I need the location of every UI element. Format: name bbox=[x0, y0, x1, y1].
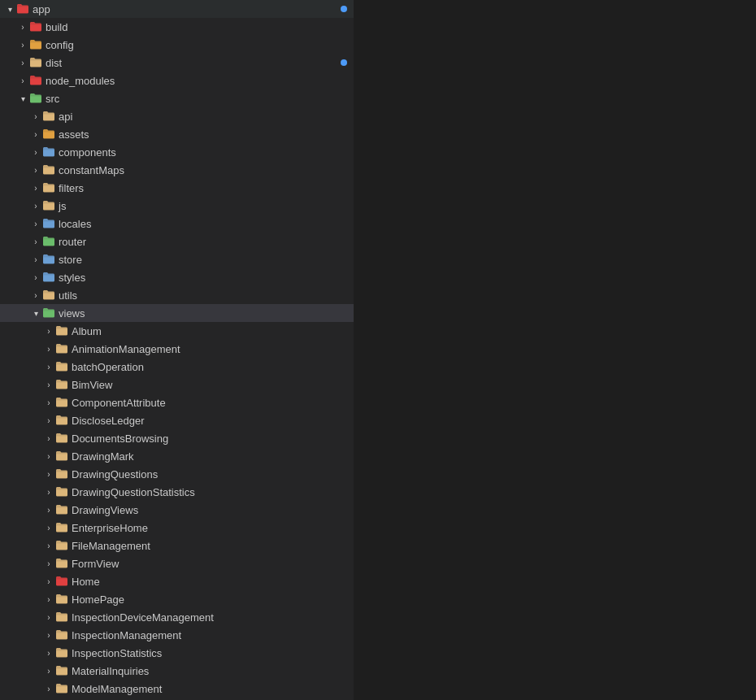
tree-item-views[interactable]: views bbox=[0, 304, 354, 322]
tree-item-src[interactable]: src bbox=[0, 89, 354, 107]
folder-icon bbox=[55, 593, 68, 606]
tree-item-locales[interactable]: locales bbox=[0, 215, 354, 233]
item-label: ModelManagement bbox=[72, 683, 162, 695]
item-label: store bbox=[59, 254, 82, 266]
chevron-icon bbox=[16, 20, 29, 33]
item-label: constantMaps bbox=[59, 164, 124, 176]
tree-item-ComponentAttribute[interactable]: ComponentAttribute bbox=[0, 393, 354, 411]
folder-icon bbox=[55, 646, 68, 659]
tree-item-filters[interactable]: filters bbox=[0, 179, 354, 197]
chevron-icon bbox=[29, 146, 42, 159]
chevron-icon bbox=[3, 2, 16, 15]
item-label: dist bbox=[46, 57, 62, 69]
folder-icon bbox=[55, 575, 68, 588]
tree-item-store[interactable]: store bbox=[0, 250, 354, 268]
folder-icon bbox=[29, 20, 42, 33]
tree-item-components[interactable]: components bbox=[0, 143, 354, 161]
tree-item-api[interactable]: api bbox=[0, 107, 354, 125]
item-label: Album bbox=[72, 325, 102, 337]
chevron-icon bbox=[29, 217, 42, 230]
tree-item-constantMaps[interactable]: constantMaps bbox=[0, 161, 354, 179]
chevron-icon bbox=[29, 110, 42, 123]
tree-item-dist[interactable]: dist bbox=[0, 54, 354, 72]
chevron-icon bbox=[42, 557, 55, 570]
folder-icon bbox=[55, 557, 68, 570]
tree-item-assets[interactable]: assets bbox=[0, 125, 354, 143]
item-label: AnimationManagement bbox=[72, 343, 180, 355]
tree-item-DrawingViews[interactable]: DrawingViews bbox=[0, 501, 354, 519]
folder-icon bbox=[42, 163, 55, 176]
chevron-icon bbox=[29, 235, 42, 248]
tree-item-Album[interactable]: Album bbox=[0, 322, 354, 340]
item-label: api bbox=[59, 111, 72, 123]
chevron-icon bbox=[16, 74, 29, 87]
tree-item-node_modules[interactable]: node_modules bbox=[0, 72, 354, 89]
folder-icon bbox=[42, 217, 55, 230]
chevron-icon bbox=[16, 56, 29, 69]
item-label: Home bbox=[72, 576, 100, 588]
tree-item-batchOperation[interactable]: batchOperation bbox=[0, 358, 354, 376]
chevron-icon bbox=[29, 253, 42, 266]
tree-item-router[interactable]: router bbox=[0, 233, 354, 250]
item-label: js bbox=[59, 200, 66, 212]
tree-item-Home[interactable]: Home bbox=[0, 572, 354, 590]
tree-item-EnterpriseHome[interactable]: EnterpriseHome bbox=[0, 519, 354, 537]
folder-icon bbox=[55, 396, 68, 409]
tree-item-ModelManagement[interactable]: ModelManagement bbox=[0, 680, 354, 698]
folder-icon bbox=[55, 467, 68, 480]
tree-item-DrawingQuestions[interactable]: DrawingQuestions bbox=[0, 465, 354, 483]
folder-icon bbox=[29, 38, 42, 51]
item-label: app bbox=[33, 3, 50, 15]
item-label: FileManagement bbox=[72, 540, 150, 552]
folder-icon bbox=[55, 628, 68, 641]
tree-item-DrawingMark[interactable]: DrawingMark bbox=[0, 447, 354, 465]
tree-item-DiscloseLedger[interactable]: DiscloseLedger bbox=[0, 411, 354, 429]
chevron-icon bbox=[42, 450, 55, 463]
item-label: ComponentAttribute bbox=[72, 397, 166, 409]
item-label: DocumentsBrowsing bbox=[72, 433, 168, 445]
tree-item-DrawingQuestionStatistics[interactable]: DrawingQuestionStatistics bbox=[0, 483, 354, 501]
item-label: filters bbox=[59, 182, 84, 194]
tree-item-styles[interactable]: styles bbox=[0, 268, 354, 286]
item-label: EnterpriseHome bbox=[72, 522, 148, 534]
tree-item-AnimationManagement[interactable]: AnimationManagement bbox=[0, 340, 354, 358]
chevron-icon bbox=[42, 396, 55, 409]
tree-item-DocumentsBrowsing[interactable]: DocumentsBrowsing bbox=[0, 429, 354, 447]
tree-item-InspectionManagement[interactable]: InspectionManagement bbox=[0, 626, 354, 644]
tree-item-build[interactable]: build bbox=[0, 18, 354, 36]
folder-icon bbox=[29, 92, 42, 105]
folder-icon bbox=[55, 664, 68, 677]
item-label: build bbox=[46, 21, 67, 33]
chevron-icon bbox=[29, 181, 42, 194]
item-label: InspectionManagement bbox=[72, 629, 181, 641]
chevron-icon bbox=[29, 128, 42, 141]
tree-item-FileManagement[interactable]: FileManagement bbox=[0, 537, 354, 554]
folder-icon bbox=[55, 503, 68, 516]
item-label: FormView bbox=[72, 558, 119, 570]
tree-item-app[interactable]: app bbox=[0, 0, 354, 18]
item-label: HomePage bbox=[72, 593, 124, 606]
folder-icon bbox=[55, 611, 68, 624]
chevron-icon bbox=[42, 432, 55, 445]
item-label: DrawingQuestionStatistics bbox=[72, 486, 195, 498]
chevron-icon bbox=[42, 378, 55, 391]
item-label: DiscloseLedger bbox=[72, 415, 145, 427]
tree-item-InspectionDeviceManagement[interactable]: InspectionDeviceManagement bbox=[0, 608, 354, 626]
tree-item-config[interactable]: config bbox=[0, 36, 354, 54]
chevron-icon bbox=[29, 199, 42, 212]
folder-icon bbox=[42, 253, 55, 266]
folder-icon bbox=[42, 128, 55, 141]
tree-item-utils[interactable]: utils bbox=[0, 286, 354, 304]
tree-item-FormView[interactable]: FormView bbox=[0, 554, 354, 572]
tree-item-HomePage[interactable]: HomePage bbox=[0, 590, 354, 608]
tree-item-InspectionStatistics[interactable]: InspectionStatistics bbox=[0, 644, 354, 662]
file-explorer[interactable]: app build config dist node_modules src a… bbox=[0, 0, 354, 700]
chevron-icon bbox=[42, 664, 55, 677]
folder-icon bbox=[29, 56, 42, 69]
tree-item-MaterialInquiries[interactable]: MaterialInquiries bbox=[0, 662, 354, 680]
tree-item-BimView[interactable]: BimView bbox=[0, 376, 354, 393]
folder-icon bbox=[42, 289, 55, 302]
folder-icon bbox=[55, 324, 68, 337]
tree-item-js[interactable]: js bbox=[0, 197, 354, 215]
chevron-icon bbox=[42, 521, 55, 534]
